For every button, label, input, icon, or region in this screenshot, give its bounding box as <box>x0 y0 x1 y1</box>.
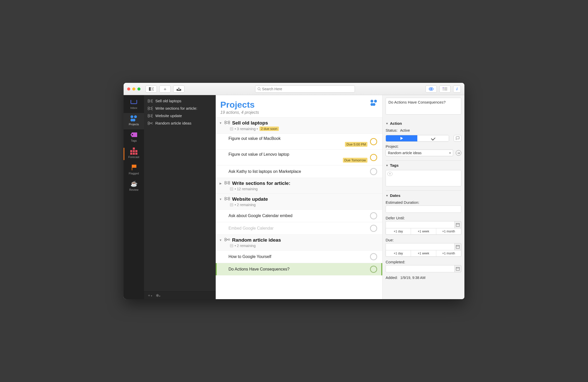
toggle-sidebar-button[interactable] <box>146 85 157 93</box>
task-row[interactable]: Ask about Google Calendar embed <box>216 209 382 222</box>
sidebar-project-item[interactable]: Random article ideas <box>144 119 216 127</box>
sidebar-project-item[interactable]: Website update <box>144 112 216 119</box>
disclosure-toggle[interactable]: ▼ <box>219 239 222 242</box>
task-due-badge: Due Tomorrow <box>343 158 367 163</box>
svg-point-24 <box>148 116 149 117</box>
tags-field[interactable]: + <box>386 170 461 186</box>
project-select[interactable]: Random article ideas ▾ <box>386 150 453 156</box>
defer-plus-1month[interactable]: +1 month <box>436 228 461 234</box>
inspector-tags-header[interactable]: ▼ Tags <box>386 160 461 167</box>
project-meta: • 12 remaining <box>230 187 377 191</box>
project-section: ▼ Random article ideas • 2 remaining <box>216 234 382 250</box>
task-row[interactable]: Do Actions Have Consequences? <box>216 263 382 275</box>
task-row[interactable]: Embed Google Calendar <box>216 222 382 234</box>
svg-point-2 <box>258 87 260 90</box>
view-options-button[interactable] <box>426 85 437 93</box>
defer-calendar-button[interactable] <box>454 221 461 228</box>
svg-point-11 <box>151 99 153 101</box>
settings-button[interactable]: ✻▾ <box>156 293 160 298</box>
rail-label: Flagged <box>129 172 139 175</box>
status-active-button[interactable] <box>386 135 417 141</box>
add-tag-button[interactable]: + <box>387 172 393 176</box>
status-completed-button[interactable] <box>417 135 449 141</box>
inbox-download-icon <box>177 87 181 91</box>
rail-tags[interactable]: Tags <box>124 129 144 146</box>
search-field[interactable] <box>255 85 355 93</box>
svg-point-48 <box>228 199 230 200</box>
rail-label: Inbox <box>130 106 137 109</box>
note-icon <box>230 244 233 247</box>
rail-flagged[interactable]: Flagged <box>124 162 144 178</box>
app-body: Inbox Projects Tags Forecast Flagged ☕ R… <box>124 95 464 299</box>
new-item-button[interactable]: ＋ <box>159 85 171 93</box>
project-title[interactable]: Sell old laptops <box>232 120 268 126</box>
svg-point-51 <box>225 238 226 240</box>
project-title[interactable]: Website update <box>232 196 268 202</box>
svg-rect-5 <box>444 87 447 88</box>
rail-inbox[interactable]: Inbox <box>124 97 144 113</box>
task-status-circle[interactable] <box>370 154 377 161</box>
project-section: ▼ Website update • 2 remaining <box>216 194 382 209</box>
project-type-icon <box>224 238 230 242</box>
task-status-circle[interactable] <box>370 168 377 175</box>
titlebar: ＋ i <box>124 83 464 95</box>
completed-calendar-button[interactable] <box>454 265 461 272</box>
task-row[interactable]: Figure out value of MacBook Due 5:00 PM <box>216 133 382 149</box>
project-title[interactable]: Random article ideas <box>232 237 281 243</box>
rail-review[interactable]: ☕ Review <box>124 178 144 195</box>
rail-forecast[interactable]: Forecast <box>124 146 144 162</box>
project-meta: • 2 remaining <box>230 244 377 248</box>
quick-entry-button[interactable] <box>173 85 184 93</box>
task-status-circle[interactable] <box>370 266 377 273</box>
completed-date-input[interactable] <box>386 265 454 272</box>
svg-point-40 <box>228 181 230 183</box>
review-icon: ☕ <box>130 181 137 187</box>
due-date-input[interactable] <box>386 243 454 250</box>
svg-rect-6 <box>443 89 444 89</box>
svg-point-18 <box>148 108 149 110</box>
due-calendar-button[interactable] <box>454 243 461 250</box>
svg-point-23 <box>151 114 153 116</box>
defer-plus-1day[interactable]: +1 day <box>386 228 411 234</box>
svg-line-32 <box>149 123 151 124</box>
defer-label: Defer Until: <box>386 216 461 220</box>
disclosure-toggle[interactable]: ▼ <box>219 121 222 125</box>
columns-icon <box>443 87 447 91</box>
defer-date-input[interactable] <box>386 221 454 228</box>
layout-button[interactable] <box>439 85 451 93</box>
due-label: Due: <box>386 238 461 242</box>
rail-projects[interactable]: Projects <box>124 113 144 129</box>
task-status-circle[interactable] <box>370 253 377 260</box>
task-row[interactable]: Ask Kathy to list laptops on Marketplace <box>216 165 382 178</box>
task-status-circle[interactable] <box>370 225 377 232</box>
estimated-duration-input[interactable] <box>386 206 461 213</box>
svg-point-30 <box>151 122 153 124</box>
svg-rect-9 <box>444 90 447 91</box>
due-plus-1week[interactable]: +1 week <box>411 250 436 256</box>
add-button[interactable]: ＋▾ <box>147 293 152 298</box>
due-plus-1day[interactable]: +1 day <box>386 250 411 256</box>
disclosure-toggle[interactable]: ▶ <box>219 182 222 185</box>
svg-point-17 <box>151 107 153 108</box>
inspector-action-header[interactable]: ▼ Action <box>386 119 461 126</box>
project-title[interactable]: Write sections for article: <box>232 181 290 186</box>
task-status-circle[interactable] <box>370 138 377 145</box>
inspector-toggle-button[interactable]: i <box>453 85 461 93</box>
disclosure-toggle[interactable]: ▼ <box>219 198 222 201</box>
due-plus-1month[interactable]: +1 month <box>436 250 461 256</box>
search-input[interactable] <box>262 87 353 91</box>
sidebar-project-item[interactable]: Sell old laptops <box>144 97 216 105</box>
task-status-circle[interactable] <box>370 212 377 219</box>
go-to-project-button[interactable]: ➜ <box>456 150 461 156</box>
sidebar-project-item[interactable]: Write sections for article: <box>144 105 216 112</box>
status-segmented-control <box>386 135 449 142</box>
window-minimize[interactable] <box>132 87 135 91</box>
flag-button[interactable] <box>454 135 461 142</box>
task-row[interactable]: How to Google Yourself <box>216 250 382 263</box>
window-zoom[interactable] <box>137 87 140 91</box>
task-row[interactable]: Figure out value of Lenovo laptop Due To… <box>216 149 382 165</box>
inspector-title-input[interactable]: Do Actions Have Consequences? <box>386 98 461 115</box>
defer-plus-1week[interactable]: +1 week <box>411 228 436 234</box>
inspector-dates-header[interactable]: ▼ Dates <box>386 190 461 198</box>
window-close[interactable] <box>127 87 130 91</box>
